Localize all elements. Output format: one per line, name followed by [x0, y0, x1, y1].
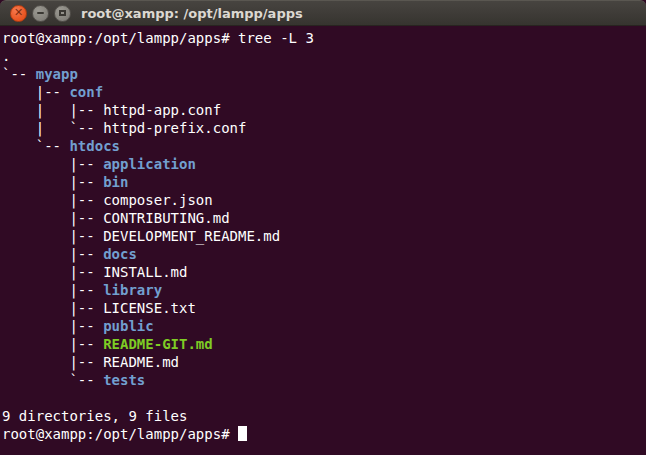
terminal-text-segment: public: [103, 318, 154, 334]
terminal-text-segment: .: [2, 48, 10, 64]
terminal-text-segment: 9 directories, 9 files: [2, 408, 187, 424]
terminal-text-segment: root@xampp:/opt/lampp/apps# tree -L 3: [2, 30, 314, 46]
terminal-text-segment: README-GIT.md: [103, 336, 213, 352]
terminal-text-segment: |-- CONTRIBUTING.md: [2, 210, 230, 226]
terminal-text-segment: |-- INSTALL.md: [2, 264, 187, 280]
terminal-line: |-- README-GIT.md: [2, 335, 644, 353]
minimize-button[interactable]: [32, 5, 49, 22]
terminal-text-segment: conf: [69, 84, 103, 100]
terminal-text-segment: library: [103, 282, 162, 298]
terminal-text-segment: |--: [2, 156, 103, 172]
maximize-button[interactable]: [54, 5, 71, 22]
terminal-line: |-- library: [2, 281, 644, 299]
terminal-text-segment: | |-- httpd-app.conf: [2, 102, 221, 118]
terminal-line: |-- CONTRIBUTING.md: [2, 209, 644, 227]
terminal-line: |-- INSTALL.md: [2, 263, 644, 281]
close-button[interactable]: ✕: [10, 5, 27, 22]
terminal-text-segment: tests: [103, 372, 145, 388]
terminal-text-segment: | `-- httpd-prefix.conf: [2, 120, 246, 136]
terminal-text-segment: |-- LICENSE.txt: [2, 300, 196, 316]
terminal-text-segment: |-- composer.json: [2, 192, 213, 208]
terminal-line: 9 directories, 9 files: [2, 407, 644, 425]
terminal-text-segment: |--: [2, 318, 103, 334]
terminal-line: root@xampp:/opt/lampp/apps#: [2, 425, 644, 443]
terminal-text-segment: `--: [2, 66, 36, 82]
terminal-line: | `-- httpd-prefix.conf: [2, 119, 644, 137]
terminal-line: |-- bin: [2, 173, 644, 191]
terminal-text-segment: `--: [2, 138, 69, 154]
terminal-text-segment: docs: [103, 246, 137, 262]
minimize-icon: [37, 12, 44, 14]
terminal-line: .: [2, 47, 644, 65]
terminal-line: |-- composer.json: [2, 191, 644, 209]
close-icon: ✕: [14, 7, 23, 18]
terminal-line: `-- tests: [2, 371, 644, 389]
terminal-text-segment: `--: [2, 372, 103, 388]
window-title: root@xampp: /opt/lampp/apps: [81, 6, 303, 21]
block-cursor: [238, 426, 247, 441]
terminal-text-segment: |-- README.md: [2, 354, 179, 370]
terminal-text-segment: application: [103, 156, 196, 172]
terminal-text-segment: |--: [2, 84, 69, 100]
terminal-line: |-- README.md: [2, 353, 644, 371]
window-titlebar[interactable]: ✕ root@xampp: /opt/lampp/apps: [0, 0, 646, 26]
maximize-icon: [59, 10, 66, 16]
terminal-text-segment: |--: [2, 174, 103, 190]
terminal-text-segment: root@xampp:/opt/lampp/apps#: [2, 426, 238, 442]
terminal-text-segment: bin: [103, 174, 128, 190]
terminal-text-segment: myapp: [36, 66, 78, 82]
terminal-line: `-- htdocs: [2, 137, 644, 155]
terminal-line: |-- public: [2, 317, 644, 335]
terminal-line: |-- LICENSE.txt: [2, 299, 644, 317]
terminal-line: |-- docs: [2, 245, 644, 263]
terminal-line: |-- application: [2, 155, 644, 173]
terminal-line: [2, 389, 644, 407]
terminal-text-segment: |--: [2, 282, 103, 298]
terminal-text-segment: |-- DEVELOPMENT_README.md: [2, 228, 280, 244]
terminal-output[interactable]: root@xampp:/opt/lampp/apps# tree -L 3.`-…: [0, 26, 646, 455]
terminal-line: |-- conf: [2, 83, 644, 101]
terminal-line: `-- myapp: [2, 65, 644, 83]
terminal-text-segment: |--: [2, 246, 103, 262]
terminal-text-segment: htdocs: [69, 138, 120, 154]
terminal-line: root@xampp:/opt/lampp/apps# tree -L 3: [2, 29, 644, 47]
terminal-line: | |-- httpd-app.conf: [2, 101, 644, 119]
terminal-text-segment: |--: [2, 336, 103, 352]
terminal-window: ✕ root@xampp: /opt/lampp/apps root@xampp…: [0, 0, 646, 455]
terminal-line: |-- DEVELOPMENT_README.md: [2, 227, 644, 245]
